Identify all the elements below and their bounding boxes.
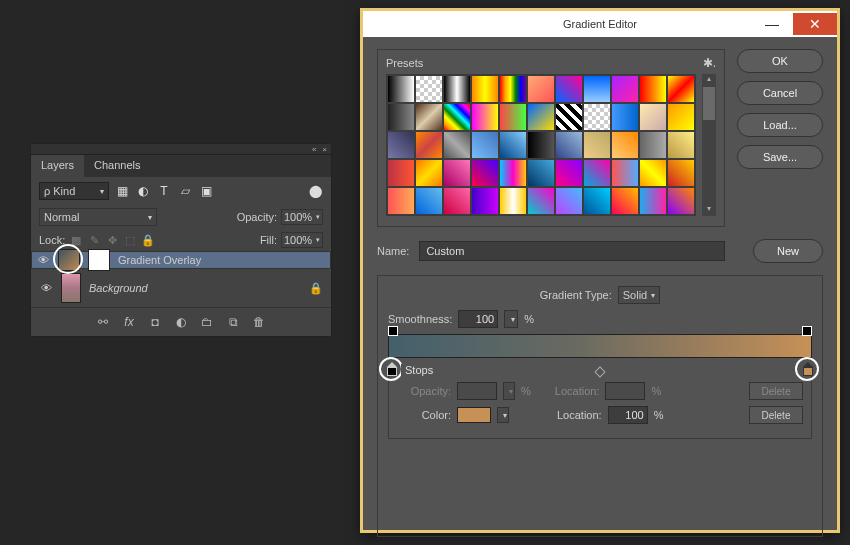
layer-name[interactable]: Gradient Overlay [118,254,201,266]
layer-name[interactable]: Background [89,282,148,294]
preset-swatch[interactable] [499,159,527,187]
preset-swatch[interactable] [583,103,611,131]
minimize-button[interactable]: — [751,13,793,35]
preset-swatch[interactable] [639,131,667,159]
color-location-field[interactable]: 100 [608,406,648,424]
filter-shape-icon[interactable]: ▱ [177,183,193,199]
mask-icon[interactable]: ◘ [147,314,163,330]
preset-swatch[interactable] [555,187,583,215]
filter-smart-icon[interactable]: ▣ [198,183,214,199]
opacity-stepper[interactable]: ▾ [503,382,515,400]
presets-scrollbar[interactable]: ▴▾ [702,74,716,216]
close-button[interactable]: ✕ [793,13,837,35]
preset-swatch[interactable] [583,187,611,215]
preset-swatch[interactable] [499,187,527,215]
preset-swatch[interactable] [527,131,555,159]
close-icon[interactable]: × [322,145,327,154]
preset-swatch[interactable] [471,131,499,159]
color-stop-right[interactable] [802,362,814,376]
color-delete-button[interactable]: Delete [749,406,803,424]
filter-type-icon[interactable]: T [156,183,172,199]
gradient-type-select[interactable]: Solid▾ [618,286,660,304]
layer-mask-thumbnail[interactable] [88,249,110,271]
preset-swatch[interactable] [527,103,555,131]
preset-swatch[interactable] [471,187,499,215]
group-icon[interactable]: 🗀 [199,314,215,330]
save-button[interactable]: Save... [737,145,823,169]
load-button[interactable]: Load... [737,113,823,137]
smoothness-stepper[interactable]: ▾ [504,310,518,328]
preset-swatch[interactable] [387,131,415,159]
preset-swatch[interactable] [471,75,499,103]
opacity-stop-field[interactable] [457,382,497,400]
layer-row-gradient-overlay[interactable]: 👁 Gradient Overlay [31,251,331,269]
preset-swatch[interactable] [611,75,639,103]
link-icon[interactable]: ⚯ [95,314,111,330]
preset-swatch[interactable] [639,103,667,131]
collapse-icon[interactable]: « [312,145,316,154]
preset-swatch[interactable] [387,75,415,103]
preset-swatch[interactable] [499,75,527,103]
preset-swatch[interactable] [667,187,695,215]
tab-layers[interactable]: Layers [31,155,84,177]
preset-swatch[interactable] [443,131,471,159]
color-stepper[interactable]: ▾ [497,407,509,423]
preset-swatch[interactable] [555,75,583,103]
preset-swatch[interactable] [639,159,667,187]
preset-swatch[interactable] [527,159,555,187]
preset-swatch[interactable] [527,187,555,215]
preset-swatch[interactable] [415,187,443,215]
color-stop-left[interactable] [386,362,398,376]
lock-artboard-icon[interactable]: ⬚ [123,233,137,247]
new-button[interactable]: New [753,239,823,263]
new-layer-icon[interactable]: ⧉ [225,314,241,330]
filter-pixel-icon[interactable]: ▦ [114,183,130,199]
smoothness-field[interactable]: 100 [458,310,498,328]
filter-adjust-icon[interactable]: ◐ [135,183,151,199]
tab-channels[interactable]: Channels [84,155,150,177]
filter-toggle-icon[interactable]: ⬤ [307,183,323,199]
preset-swatch[interactable] [471,103,499,131]
layer-thumbnail[interactable] [58,249,80,271]
preset-swatch[interactable] [443,187,471,215]
trash-icon[interactable]: 🗑 [251,314,267,330]
preset-swatch[interactable] [471,159,499,187]
filter-kind-select[interactable]: ρKind▾ [39,182,109,200]
cancel-button[interactable]: Cancel [737,81,823,105]
preset-swatch[interactable] [443,75,471,103]
opacity-delete-button[interactable]: Delete [749,382,803,400]
preset-swatch[interactable] [667,103,695,131]
preset-swatch[interactable] [583,159,611,187]
name-field[interactable]: Custom [419,241,725,261]
preset-swatch[interactable] [611,159,639,187]
lock-position-icon[interactable]: ✥ [105,233,119,247]
dialog-titlebar[interactable]: Gradient Editor — ✕ [363,11,837,37]
preset-swatch[interactable] [611,131,639,159]
layer-thumbnail[interactable] [61,273,81,303]
preset-swatch[interactable] [443,159,471,187]
preset-swatch[interactable] [555,131,583,159]
visibility-icon[interactable]: 👁 [36,254,50,266]
preset-swatch[interactable] [667,131,695,159]
preset-swatch[interactable] [583,131,611,159]
preset-swatch[interactable] [415,131,443,159]
opacity-field[interactable]: 100%▾ [281,209,323,225]
lock-transparency-icon[interactable]: ▩ [69,233,83,247]
preset-swatch[interactable] [611,103,639,131]
preset-swatch[interactable] [583,75,611,103]
preset-swatch[interactable] [499,103,527,131]
preset-swatch[interactable] [639,75,667,103]
preset-swatch[interactable] [387,103,415,131]
preset-swatch[interactable] [415,75,443,103]
visibility-icon[interactable]: 👁 [39,282,53,294]
preset-swatch[interactable] [555,103,583,131]
opacity-stop-left[interactable] [388,326,398,336]
ok-button[interactable]: OK [737,49,823,73]
preset-swatch[interactable] [415,159,443,187]
color-swatch[interactable] [457,407,491,423]
layer-row-background[interactable]: 👁 Background 🔒 [31,269,331,307]
lock-all-icon[interactable]: 🔒 [141,233,155,247]
opacity-location-field[interactable] [605,382,645,400]
preset-swatch[interactable] [611,187,639,215]
preset-swatch[interactable] [387,187,415,215]
